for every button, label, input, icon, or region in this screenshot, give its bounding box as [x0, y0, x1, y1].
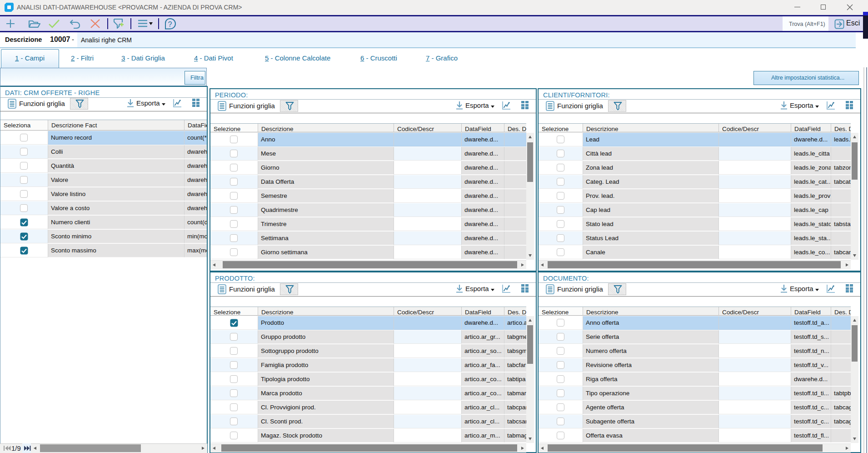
svg-text:?: ? — [168, 20, 172, 28]
